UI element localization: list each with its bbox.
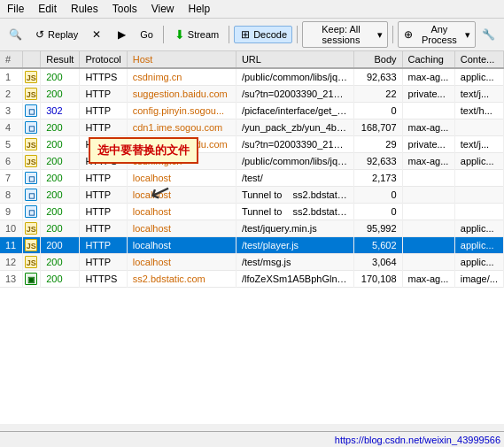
table-row[interactable]: 1 JS 200 HTTPS csdnimg.cn /public/common… (0, 68, 504, 86)
col-header-body[interactable]: Body (353, 51, 402, 68)
filter-button[interactable]: 🔧 (477, 26, 500, 43)
table-row[interactable]: 2 JS 200 HTTP suggestion.baidu.com /su?t… (0, 86, 504, 103)
cell-result: 200 (41, 136, 80, 153)
menu-rules[interactable]: Rules (67, 2, 102, 16)
table-row[interactable]: 10 JS 200 HTTP localhost /test/jquery.mi… (0, 220, 504, 237)
menu-edit[interactable]: Edit (35, 2, 60, 16)
table-body: 1 JS 200 HTTPS csdnimg.cn /public/common… (0, 68, 504, 288)
cell-icon: JS (23, 86, 41, 103)
menu-tools[interactable]: Tools (109, 2, 141, 16)
cell-protocol: HTTP (80, 86, 127, 103)
cell-content: applic... (454, 153, 503, 170)
keep-dropdown[interactable]: Keep: All sessions ▾ (302, 21, 388, 48)
row-type-icon: JS (25, 239, 37, 251)
cell-host: suggestion.baidu.com (127, 136, 236, 153)
cell-protocol: HTTP (80, 254, 127, 271)
cell-caching (402, 103, 454, 119)
col-header-result[interactable]: Result (41, 51, 80, 68)
stream-icon: ⬇ (174, 28, 186, 41)
cell-host: localhost (127, 204, 236, 220)
menu-help[interactable]: Help (185, 2, 214, 16)
status-bar: https://blog.csdn.net/weixin_43999566 (0, 431, 504, 447)
toolbar: 🔍 ↺ Replay ✕ ▶ Go ⬇ Stream ⊞ Decode Keep… (0, 19, 504, 51)
cell-body: 5,602 (353, 237, 402, 254)
filter-icon: 🔧 (483, 28, 495, 41)
stream-button[interactable]: ⬇ Stream (168, 26, 224, 43)
search-icon: 🔍 (9, 28, 21, 41)
process-dropdown[interactable]: ⊕ Any Process ▾ (398, 21, 476, 48)
cell-icon: ◻ (23, 103, 41, 119)
cell-url: /test/ (236, 170, 353, 187)
col-header-url[interactable]: URL (236, 51, 353, 68)
cell-icon: ◻ (23, 204, 41, 220)
cell-url: /test/player.js (236, 237, 353, 254)
col-header-caching[interactable]: Caching (402, 51, 454, 68)
menu-bar: File Edit Rules Tools View Help (0, 0, 504, 19)
table-row[interactable]: 4 ◻ 200 HTTP cdn1.ime.sogou.com /yun_pac… (0, 119, 504, 136)
row-type-icon: JS (25, 155, 37, 167)
cell-icon: JS (23, 220, 41, 237)
decode-label: Decode (253, 29, 287, 40)
cell-result: 200 (41, 187, 80, 204)
cell-protocol: HTTP (80, 103, 127, 119)
cell-body: 92,633 (353, 68, 402, 86)
table-row[interactable]: 9 ◻ 200 HTTP localhost Tunnel to ss2.bds… (0, 204, 504, 220)
row-type-icon: JS (25, 138, 37, 150)
cell-caching (402, 204, 454, 220)
cell-body: 0 (353, 187, 402, 204)
table-row[interactable]: 3 ◻ 302 HTTP config.pinyin.sogou... /pic… (0, 103, 504, 119)
separator-4 (392, 26, 393, 43)
cell-num: 7 (0, 170, 23, 187)
remove-button[interactable]: ✕ (85, 26, 108, 43)
cell-icon: JS (23, 237, 41, 254)
go-button[interactable]: Go (135, 27, 159, 42)
play-icon: ▶ (115, 28, 128, 41)
cell-host: localhost (127, 170, 236, 187)
table-row[interactable]: 13 ▣ 200 HTTPS ss2.bdstatic.com /lfoZeXS… (0, 271, 504, 288)
cell-caching (402, 220, 454, 237)
decode-button[interactable]: ⊞ Decode (234, 26, 292, 43)
cell-icon: ◻ (23, 119, 41, 136)
cell-protocol: HTTP (80, 170, 127, 187)
cell-caching (402, 254, 454, 271)
table-row[interactable]: 5 JS 200 HTTP suggestion.baidu.com /su?t… (0, 136, 504, 153)
menu-file[interactable]: File (4, 2, 27, 16)
cell-host: localhost (127, 187, 236, 204)
col-header-content[interactable]: Conte... (454, 51, 503, 68)
go-label: Go (140, 29, 153, 40)
cell-content (454, 119, 503, 136)
cell-content: applic... (454, 237, 503, 254)
cell-result: 200 (41, 204, 80, 220)
cell-content: text/j... (454, 136, 503, 153)
col-header-host[interactable]: Host (127, 51, 236, 68)
cell-body: 3,064 (353, 254, 402, 271)
row-type-icon: JS (25, 88, 37, 100)
cell-caching: private... (402, 86, 454, 103)
table-row[interactable]: 6 JS 200 HTTPS csdnimg.cn /public/common… (0, 153, 504, 170)
cell-num: 5 (0, 136, 23, 153)
table-row[interactable]: 8 ◻ 200 HTTP localhost Tunnel to ss2.bds… (0, 187, 504, 204)
cell-content: applic... (454, 220, 503, 237)
cell-num: 12 (0, 254, 23, 271)
cell-result: 200 (41, 271, 80, 288)
search-button[interactable]: 🔍 (4, 26, 27, 43)
replay-button[interactable]: ↺ Replay (28, 26, 83, 43)
table-row[interactable]: 7 ◻ 200 HTTP localhost /test/ 2,173 (0, 170, 504, 187)
cell-host: config.pinyin.sogou... (127, 103, 236, 119)
cell-body: 95,992 (353, 220, 402, 237)
col-header-protocol[interactable]: Protocol (80, 51, 127, 68)
cell-content: image/... (454, 271, 503, 288)
table-row[interactable]: 12 JS 200 HTTP localhost /test/msg.js 3,… (0, 254, 504, 271)
menu-view[interactable]: View (148, 2, 178, 16)
cell-caching: max-ag... (402, 68, 454, 86)
row-type-icon: JS (25, 256, 37, 268)
separator-2 (229, 26, 229, 43)
cell-protocol: HTTP (80, 119, 127, 136)
play-button[interactable]: ▶ (110, 26, 133, 43)
table-row[interactable]: 11 JS 200 HTTP localhost /test/player.js… (0, 237, 504, 254)
cell-num: 9 (0, 204, 23, 220)
cell-protocol: HTTP (80, 220, 127, 237)
cell-caching (402, 187, 454, 204)
cell-caching: max-ag... (402, 119, 454, 136)
cell-caching (402, 170, 454, 187)
